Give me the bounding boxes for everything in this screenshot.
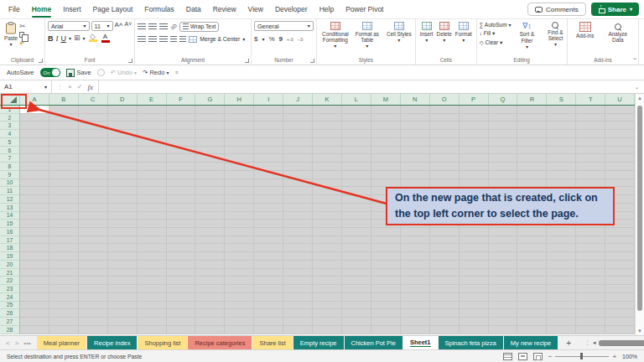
- cell-B24[interactable]: [49, 293, 79, 302]
- cell-O7[interactable]: [430, 154, 460, 163]
- row-header-7[interactable]: 7: [0, 154, 20, 163]
- cell-D4[interactable]: [108, 130, 138, 138]
- cell-D16[interactable]: [108, 228, 138, 236]
- cell-H21[interactable]: [225, 269, 254, 277]
- zoom-slider-thumb[interactable]: [580, 353, 583, 359]
- cell-M1[interactable]: [371, 106, 401, 114]
- cell-Q24[interactable]: [489, 293, 518, 302]
- cell-Q21[interactable]: [489, 269, 518, 277]
- cell-E27[interactable]: [138, 318, 167, 326]
- cell-G14[interactable]: [195, 212, 225, 220]
- cell-S10[interactable]: [547, 179, 576, 188]
- cell-H22[interactable]: [225, 277, 254, 285]
- cell-R24[interactable]: [517, 293, 547, 302]
- scroll-down-arrow-icon[interactable]: ▼: [637, 328, 642, 334]
- cell-F12[interactable]: [167, 195, 196, 204]
- cell-J17[interactable]: [283, 236, 313, 245]
- cell-G8[interactable]: [195, 163, 225, 171]
- cell-N9[interactable]: [401, 171, 430, 179]
- row-header-1[interactable]: 1: [0, 106, 20, 114]
- cell-O18[interactable]: [430, 244, 460, 252]
- zoom-percentage[interactable]: 100%: [622, 354, 637, 359]
- cell-P24[interactable]: [460, 293, 489, 302]
- comments-button[interactable]: Comments: [527, 3, 586, 16]
- cell-F2[interactable]: [167, 114, 196, 122]
- font-color-button[interactable]: A: [101, 34, 111, 43]
- cell-U18[interactable]: [605, 244, 635, 252]
- cell-L22[interactable]: [342, 277, 371, 285]
- borders-button[interactable]: ⊞: [74, 34, 80, 42]
- cell-R3[interactable]: [517, 122, 547, 130]
- cell-G15[interactable]: [195, 220, 225, 228]
- cell-F23[interactable]: [167, 285, 196, 293]
- cell-P9[interactable]: [460, 171, 489, 179]
- cell-K10[interactable]: [313, 179, 342, 188]
- ribbon-tab-insert[interactable]: Insert: [63, 0, 80, 18]
- cell-L14[interactable]: [342, 212, 371, 220]
- cell-J6[interactable]: [283, 147, 313, 155]
- cell-A15[interactable]: [20, 220, 49, 228]
- cell-M28[interactable]: [371, 326, 401, 334]
- cell-D10[interactable]: [108, 179, 138, 188]
- cell-A18[interactable]: [20, 244, 49, 252]
- alignment-dialog-launcher[interactable]: [245, 59, 249, 63]
- copy-button[interactable]: [19, 32, 24, 38]
- cell-D6[interactable]: [108, 147, 138, 155]
- cell-R8[interactable]: [517, 163, 547, 171]
- cell-U10[interactable]: [605, 179, 635, 188]
- cell-F28[interactable]: [167, 326, 196, 334]
- cell-H1[interactable]: [225, 106, 254, 114]
- cell-B25[interactable]: [49, 302, 79, 310]
- row-header-15[interactable]: 15: [0, 220, 20, 228]
- ribbon-tab-help[interactable]: Help: [319, 0, 334, 18]
- cell-G9[interactable]: [195, 171, 225, 179]
- cell-L2[interactable]: [342, 114, 371, 122]
- autosum-button[interactable]: ∑ AutoSum ▾: [480, 22, 512, 28]
- cell-K25[interactable]: [313, 302, 342, 310]
- cell-B9[interactable]: [49, 171, 79, 179]
- cell-J15[interactable]: [283, 220, 313, 228]
- currency-format-button[interactable]: $: [254, 35, 257, 43]
- row-header-5[interactable]: 5: [0, 138, 20, 147]
- cell-E12[interactable]: [138, 195, 167, 204]
- cell-F11[interactable]: [167, 187, 196, 195]
- cell-P19[interactable]: [460, 252, 489, 261]
- cell-A11[interactable]: [20, 187, 49, 195]
- cell-C4[interactable]: [79, 130, 108, 138]
- cell-J20[interactable]: [283, 261, 313, 269]
- cell-F24[interactable]: [167, 293, 196, 302]
- qat-overflow-icon[interactable]: ≡: [174, 70, 178, 75]
- cell-G6[interactable]: [195, 147, 225, 155]
- cell-Q26[interactable]: [489, 309, 518, 318]
- cell-B17[interactable]: [49, 236, 79, 245]
- cell-I12[interactable]: [254, 195, 283, 204]
- cell-C21[interactable]: [79, 269, 108, 277]
- cell-J4[interactable]: [283, 130, 313, 138]
- cell-J18[interactable]: [283, 244, 313, 252]
- cell-N24[interactable]: [401, 293, 430, 302]
- cell-A27[interactable]: [20, 318, 49, 326]
- cell-D15[interactable]: [108, 220, 138, 228]
- cell-G24[interactable]: [195, 293, 225, 302]
- cell-I9[interactable]: [254, 171, 283, 179]
- cell-E9[interactable]: [138, 171, 167, 179]
- cell-S24[interactable]: [547, 293, 576, 302]
- cell-G28[interactable]: [195, 326, 225, 334]
- cell-H9[interactable]: [225, 171, 254, 179]
- delete-cells-button[interactable]: Delete ▾: [435, 21, 454, 44]
- cell-K2[interactable]: [313, 114, 342, 122]
- cell-I23[interactable]: [254, 285, 283, 293]
- cell-K21[interactable]: [313, 269, 342, 277]
- cell-D22[interactable]: [108, 277, 138, 285]
- cell-L9[interactable]: [342, 171, 371, 179]
- cell-I27[interactable]: [254, 318, 283, 326]
- collapse-ribbon-chevron-icon[interactable]: ⌄: [632, 54, 637, 61]
- cell-J19[interactable]: [283, 252, 313, 261]
- cell-K18[interactable]: [313, 244, 342, 252]
- cell-D13[interactable]: [108, 204, 138, 212]
- column-header-P[interactable]: P: [460, 94, 489, 105]
- cell-N27[interactable]: [401, 318, 430, 326]
- cell-A8[interactable]: [20, 163, 49, 171]
- cell-D2[interactable]: [108, 114, 138, 122]
- cell-O21[interactable]: [430, 269, 460, 277]
